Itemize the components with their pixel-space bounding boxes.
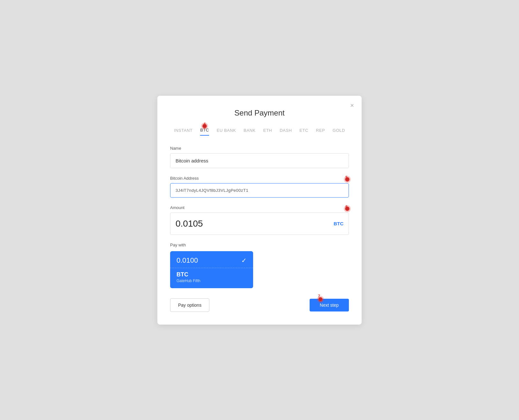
amount-label: Amount [170,205,349,210]
btc-tab-dot [202,124,207,128]
payment-card-amount: 0.0100 [177,256,198,265]
payment-card-issuer: GateHub Fifth [177,279,247,283]
pay-with-group: Pay with 0.0100 ✓ BTC GateHub Fifth [170,243,349,288]
amount-currency: BTC [334,221,343,226]
payment-card-bottom: BTC GateHub Fifth [170,268,253,288]
name-field-group: Name [170,146,349,168]
next-step-button[interactable]: Next step [310,299,349,311]
name-label: Name [170,146,349,151]
tab-gold[interactable]: GOLD [333,128,345,135]
payment-card[interactable]: 0.0100 ✓ BTC GateHub Fifth [170,251,253,288]
bitcoin-address-input[interactable] [170,183,349,198]
payment-card-currency: BTC [177,271,247,278]
tab-bar: INSTANT BTC 4 EU BANK BANK ETH DASH ETC … [170,128,349,136]
name-input[interactable] [170,153,349,168]
modal-title: Send Payment [170,109,349,117]
pay-options-button[interactable]: Pay options [170,298,209,312]
tab-instant[interactable]: INSTANT [174,128,192,135]
close-button[interactable]: × [350,102,354,109]
tab-btc[interactable]: BTC 4 [200,128,209,136]
payment-card-checkmark: ✓ [241,257,247,264]
bitcoin-address-label: Bitcoin Address [170,176,349,181]
tab-eth[interactable]: ETH [263,128,272,135]
bitcoin-address-field-group: Bitcoin Address 5 [170,176,349,198]
page-background: × Send Payment INSTANT BTC 4 EU BANK BAN… [0,0,519,420]
tab-etc[interactable]: ETC [299,128,308,135]
tab-rep[interactable]: REP [316,128,325,135]
tab-bank[interactable]: BANK [244,128,255,135]
amount-dot [345,206,350,211]
send-payment-modal: × Send Payment INSTANT BTC 4 EU BANK BAN… [157,96,362,325]
pay-with-label: Pay with [170,243,349,247]
amount-field-group: Amount 6 0.0105 BTC [170,205,349,235]
footer-buttons: Pay options 7 Next step [170,298,349,312]
amount-box[interactable]: 0.0105 BTC [170,213,349,235]
bitcoin-address-dot [345,177,350,182]
payment-card-top: 0.0100 ✓ [170,251,253,268]
next-step-dot [318,297,323,302]
tab-eu-bank[interactable]: EU BANK [217,128,236,135]
tab-dash[interactable]: DASH [280,128,292,135]
amount-value: 0.0105 [176,219,203,229]
